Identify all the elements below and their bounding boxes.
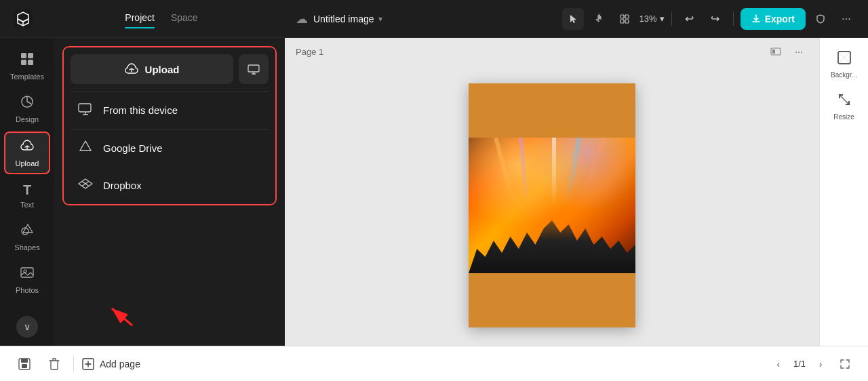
cloud-save-icon: ☁: [296, 12, 308, 26]
add-page-button[interactable]: Add page: [82, 358, 140, 370]
from-device-label: From this device: [103, 104, 178, 116]
svg-rect-1: [620, 15, 624, 18]
hand-tool-button[interactable]: [588, 8, 610, 30]
upload-option-from-device[interactable]: From this device: [64, 92, 275, 129]
upload-icon: [20, 138, 35, 157]
zoom-control[interactable]: 13% ▾: [639, 14, 665, 24]
export-label: Export: [765, 14, 795, 24]
text-icon: T: [23, 182, 31, 198]
upload-panel: Upload From this device: [54, 38, 285, 346]
canvas-toolbar: Page 1 ···: [285, 38, 819, 65]
sidebar-item-photos[interactable]: Photos: [4, 260, 50, 300]
page-counter: 1/1: [793, 359, 806, 369]
page-nav: ‹ 1/1 ›: [769, 355, 854, 374]
svg-rect-5: [21, 53, 26, 58]
tab-space[interactable]: Space: [171, 12, 198, 26]
bottom-bar: Add page ‹ 1/1 ›: [0, 346, 868, 381]
shapes-icon: [20, 222, 35, 241]
dropbox-label: Dropbox: [103, 180, 142, 191]
svg-rect-21: [21, 359, 28, 363]
document-title-area[interactable]: Untitled image ▾: [313, 14, 382, 24]
svg-rect-22: [22, 364, 27, 368]
export-button[interactable]: Export: [741, 8, 806, 30]
toolbar-divider-2: [733, 12, 734, 26]
upload-device-mini-button[interactable]: [239, 54, 269, 84]
prev-page-button[interactable]: ‹: [769, 355, 788, 374]
photos-label: Photos: [16, 286, 39, 294]
next-page-button[interactable]: ›: [811, 355, 830, 374]
more-options-button[interactable]: ···: [835, 8, 857, 30]
design-canvas[interactable]: [469, 83, 635, 327]
background-icon: [837, 50, 852, 68]
google-drive-label: Google Drive: [103, 142, 163, 154]
save-to-page-button[interactable]: [14, 353, 35, 375]
page-more-button[interactable]: ···: [789, 42, 808, 61]
text-label: Text: [20, 201, 34, 209]
header-center: ☁ Untitled image ▾: [285, 12, 551, 26]
design-label: Design: [16, 115, 39, 123]
tab-project[interactable]: Project: [125, 12, 155, 26]
resize-icon: [837, 92, 852, 111]
bottom-divider: [73, 356, 74, 372]
svg-rect-14: [79, 104, 91, 112]
sidebar-expand-button[interactable]: ∨: [16, 316, 38, 338]
layout-tool-button[interactable]: [614, 8, 635, 30]
right-panel-background[interactable]: Backgr...: [823, 46, 866, 83]
templates-icon: [20, 52, 35, 70]
shapes-label: Shapes: [14, 243, 39, 252]
add-page-label: Add page: [100, 359, 140, 369]
from-device-icon: [77, 101, 94, 119]
body: Templates Design Upload T Text: [0, 38, 868, 346]
svg-point-12: [24, 270, 26, 273]
dropbox-icon: [77, 176, 94, 195]
expand-icon: ∨: [24, 321, 31, 332]
upload-panel-border: Upload From this device: [62, 46, 277, 205]
header: Project Space ☁ Untitled image ▾: [0, 0, 868, 38]
sidebar-item-text[interactable]: T Text: [4, 177, 50, 214]
page-label: Page 1: [296, 47, 323, 57]
canvas-content: [285, 65, 819, 346]
photos-icon: [20, 265, 35, 283]
svg-rect-2: [625, 15, 629, 18]
delete-page-button[interactable]: [43, 353, 65, 375]
toolbar-divider: [671, 12, 672, 26]
fullscreen-button[interactable]: [835, 355, 854, 374]
svg-rect-11: [21, 268, 33, 277]
svg-rect-7: [21, 60, 26, 65]
document-title: Untitled image: [313, 14, 374, 24]
undo-button[interactable]: ↩: [679, 8, 701, 30]
zoom-chevron-icon: ▾: [660, 14, 665, 24]
sidebar-item-upload[interactable]: Upload: [4, 132, 50, 174]
svg-rect-17: [772, 49, 775, 54]
sidebar-item-shapes[interactable]: Shapes: [4, 217, 50, 257]
zoom-value: 13%: [639, 14, 657, 24]
design-icon: [20, 94, 35, 113]
svg-rect-3: [620, 20, 624, 23]
upload-button-label: Upload: [145, 64, 180, 75]
upload-option-google-drive[interactable]: Google Drive: [64, 129, 275, 167]
select-tool-button[interactable]: [562, 8, 584, 30]
templates-label: Templates: [10, 73, 44, 81]
shield-button[interactable]: [810, 8, 831, 30]
annotation-arrow: [92, 278, 146, 332]
sidebar-item-templates[interactable]: Templates: [4, 46, 50, 86]
redo-button[interactable]: ↪: [705, 8, 726, 30]
background-label: Backgr...: [831, 71, 857, 79]
resize-label: Resize: [833, 113, 854, 121]
svg-rect-4: [625, 20, 629, 23]
page-thumbnail-button[interactable]: [766, 42, 785, 61]
stage-lights: [469, 138, 635, 205]
page-actions: ···: [766, 42, 808, 61]
upload-option-dropbox[interactable]: Dropbox: [64, 167, 275, 204]
header-left: Project Space: [0, 7, 285, 31]
canvas-area: Page 1 ···: [285, 38, 819, 346]
upload-main-button[interactable]: Upload: [71, 54, 233, 84]
sidebar-item-design[interactable]: Design: [4, 89, 50, 129]
title-chevron-icon: ▾: [378, 14, 382, 24]
right-panel: Backgr... Resize: [819, 38, 868, 346]
right-panel-resize[interactable]: Resize: [823, 88, 866, 125]
header-tabs: Project Space: [49, 12, 274, 26]
svg-rect-6: [28, 53, 33, 58]
svg-rect-8: [28, 60, 33, 65]
logo[interactable]: [11, 7, 35, 31]
